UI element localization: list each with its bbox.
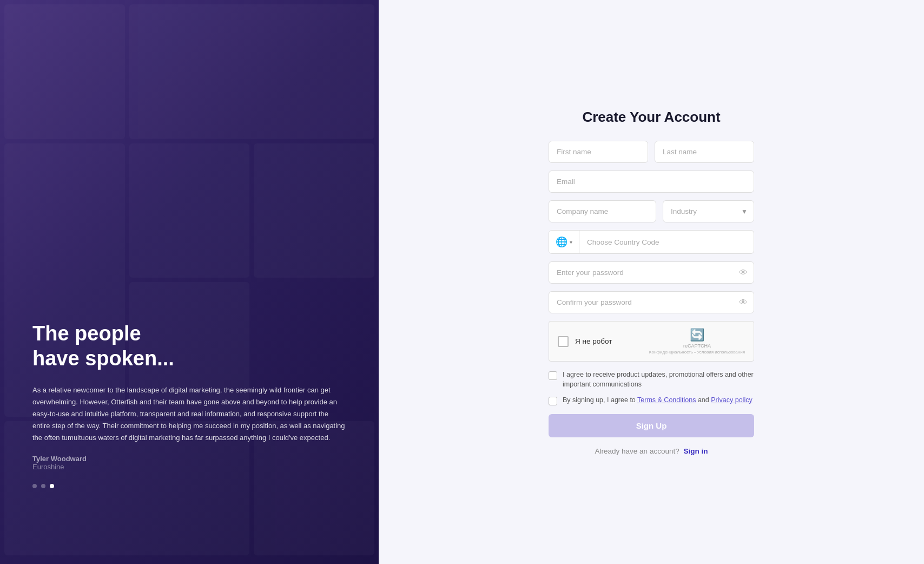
testimonial-company: Euroshine	[32, 463, 346, 471]
company-industry-row: Industry Technology Marketing Finance He…	[549, 200, 754, 222]
thumb-5	[254, 143, 374, 278]
industry-wrapper: Industry Technology Marketing Finance He…	[663, 200, 754, 222]
testimonial-text: As a relative newcomer to the landscape …	[32, 384, 346, 444]
password-input[interactable]	[549, 261, 754, 284]
marketing-consent-checkbox[interactable]	[549, 371, 557, 380]
recaptcha-checkbox[interactable]	[558, 336, 569, 347]
right-panel: Create Your Account Industry Technology …	[379, 0, 924, 564]
eye-icon[interactable]: 👁	[739, 268, 748, 278]
carousel-dots	[32, 484, 346, 488]
email-input[interactable]	[549, 170, 754, 193]
recaptcha-label: Я не робот	[575, 337, 643, 345]
industry-select[interactable]: Industry Technology Marketing Finance He…	[663, 200, 754, 222]
thumb-1	[4, 4, 125, 139]
headline: The people have spoken...	[32, 322, 346, 371]
country-code-input[interactable]	[579, 231, 754, 253]
marketing-consent-row: I agree to receive product updates, prom…	[549, 370, 754, 389]
flag-dropdown-arrow: ▾	[570, 239, 572, 245]
globe-icon: 🌐	[556, 236, 567, 248]
recaptcha-logo-icon: 🔄	[690, 328, 704, 342]
dot-3[interactable]	[50, 484, 54, 488]
terms-consent-checkbox[interactable]	[549, 397, 557, 405]
signup-button[interactable]: Sign Up	[549, 414, 754, 437]
name-row	[549, 141, 754, 163]
confirm-password-input[interactable]	[549, 291, 754, 313]
left-panel: The people have spoken... As a relative …	[0, 0, 379, 564]
terms-consent-row: By signing up, I agree to Terms & Condit…	[549, 396, 754, 405]
already-label: Already have an account?	[595, 447, 679, 455]
email-row	[549, 170, 754, 193]
recaptcha-branding: 🔄 reCAPTCHA Конфиденциальность • Условия…	[649, 328, 745, 355]
company-name-input[interactable]	[549, 200, 656, 222]
form-title: Create Your Account	[549, 109, 754, 126]
signin-row: Already have an account? Sign in	[549, 447, 754, 455]
terms-link[interactable]: Terms & Conditions	[637, 396, 696, 404]
recaptcha-brand-label: reCAPTCHA	[683, 343, 711, 349]
form-card: Create Your Account Industry Technology …	[549, 109, 754, 455]
thumb-2	[129, 4, 374, 139]
left-content: The people have spoken... As a relative …	[32, 322, 346, 488]
testimonial-author: Tyler Woodward	[32, 455, 346, 463]
first-name-input[interactable]	[549, 141, 648, 163]
confirm-password-wrapper: 👁	[549, 291, 754, 313]
terms-consent-label: By signing up, I agree to Terms & Condit…	[563, 396, 753, 405]
recaptcha-box: Я не робот 🔄 reCAPTCHA Конфиденциальност…	[549, 321, 754, 362]
country-code-flag[interactable]: 🌐 ▾	[549, 231, 579, 253]
signin-link[interactable]: Sign in	[683, 447, 708, 455]
phone-row: 🌐 ▾	[549, 230, 754, 254]
last-name-input[interactable]	[655, 141, 754, 163]
thumb-4	[129, 143, 250, 278]
privacy-link[interactable]: Privacy policy	[711, 396, 752, 404]
marketing-consent-label: I agree to receive product updates, prom…	[563, 370, 754, 389]
dot-1[interactable]	[32, 484, 37, 488]
recaptcha-links: Конфиденциальность • Условия использован…	[649, 350, 745, 355]
dot-2[interactable]	[41, 484, 45, 488]
confirm-eye-icon[interactable]: 👁	[739, 298, 748, 307]
password-wrapper: 👁	[549, 261, 754, 284]
